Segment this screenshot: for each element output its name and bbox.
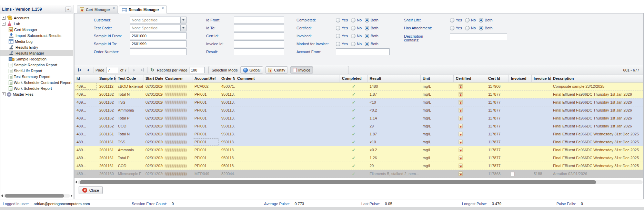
cell-customer[interactable]	[163, 162, 192, 170]
radio-invoiced-yes[interactable]: Yes	[336, 34, 348, 38]
cell-account-ref[interactable]: PFI001	[192, 162, 219, 170]
cell-id[interactable]: 489...	[74, 130, 97, 138]
cell-certified[interactable]	[454, 162, 486, 170]
cell-sample-id[interactable]: 2601162	[97, 90, 116, 98]
cell-comment[interactable]	[235, 98, 340, 106]
cell-test-code[interactable]: Total N	[116, 130, 143, 138]
cell-unit[interactable]: mg/L	[421, 114, 454, 122]
cert-id-input[interactable]	[234, 32, 284, 39]
column-header-certified[interactable]: Certified	[454, 75, 486, 82]
cell-description[interactable]: Final Effluent Fa966DC Wednesday 31st De…	[551, 146, 643, 154]
cell-description[interactable]: Composite sample 23/12/2025	[551, 83, 643, 90]
cell-description[interactable]: Final Effluent Fa966DC Wednesday 31st De…	[551, 138, 643, 146]
refresh-icon[interactable]: ↻	[150, 67, 155, 73]
test-code-combo[interactable]	[130, 25, 187, 31]
cell-id[interactable]: 489...	[74, 162, 97, 170]
tab-results-manager[interactable]: Results Manager ×	[119, 6, 167, 13]
cell-comment[interactable]	[235, 106, 340, 114]
radio-shelf-life-both[interactable]: Both	[479, 18, 493, 22]
certify-button[interactable]: Certify	[265, 66, 288, 74]
cell-id[interactable]: 489...	[74, 146, 97, 154]
sidebar-item-shelf-life-report[interactable]: Shelf-Life Report	[0, 68, 73, 74]
cell-invoiced[interactable]	[509, 170, 532, 178]
cell-id[interactable]: 489...	[74, 154, 97, 162]
column-header-customer[interactable]: Customer	[163, 75, 192, 82]
cell-completed[interactable]: ✓	[340, 138, 368, 146]
customer-combo[interactable]	[130, 17, 187, 23]
cell-order-num[interactable]: 950113...	[219, 138, 235, 146]
cell-unit[interactable]: mg/L	[421, 90, 454, 98]
cell-cert-id[interactable]: 117877	[486, 90, 509, 98]
cell-invoiced[interactable]	[509, 114, 532, 122]
chevron-down-icon[interactable]	[180, 17, 187, 23]
cell-customer[interactable]	[163, 170, 192, 178]
cell-sample-id[interactable]: 2601162	[97, 114, 116, 122]
cell-certified[interactable]	[454, 130, 486, 138]
result-input[interactable]	[234, 48, 284, 55]
cell-customer[interactable]	[163, 98, 192, 106]
cell-sample-id[interactable]: 2601112	[97, 83, 116, 90]
cell-start-date[interactable]: 02/01/2026	[143, 146, 163, 154]
cell-invoice-id[interactable]	[532, 138, 551, 146]
cell-customer[interactable]	[163, 154, 192, 162]
table-row[interactable]: 489...2601162COD02/01/2026PFI001950113..…	[74, 122, 643, 130]
cell-unit[interactable]	[421, 170, 454, 178]
cell-start-date[interactable]: 02/01/2026	[143, 90, 163, 98]
cell-comment[interactable]	[235, 122, 340, 130]
sidebar-item-lab[interactable]: −Lab	[0, 21, 73, 27]
cell-certified[interactable]	[454, 154, 486, 162]
sidebar-scrollbar-track[interactable]	[3, 194, 70, 198]
cell-invoice-id[interactable]	[532, 146, 551, 154]
scroll-left-icon[interactable]	[1, 194, 3, 197]
column-header-start-date[interactable]: Start Date	[143, 75, 163, 82]
cell-comment[interactable]	[235, 146, 340, 154]
cell-certified[interactable]	[454, 90, 486, 98]
cell-cert-id[interactable]: 117877	[486, 114, 509, 122]
cell-sample-id[interactable]: 2601161	[97, 130, 116, 138]
radio-shelf-life-no[interactable]: No	[465, 18, 476, 22]
cell-sample-id[interactable]: 2601162	[97, 98, 116, 106]
cell-invoice-id[interactable]	[532, 83, 551, 90]
minus-expander-icon[interactable]: −	[2, 22, 6, 26]
cell-customer[interactable]	[163, 122, 192, 130]
cell-invoice-id[interactable]: 5188	[532, 170, 551, 178]
cell-test-code[interactable]: TSS	[116, 98, 143, 106]
cell-sample-id[interactable]: 2601161	[97, 154, 116, 162]
cell-test-code[interactable]: TSS	[116, 138, 143, 146]
sidebar-item-sample-reception[interactable]: Sample Reception	[0, 56, 73, 62]
cell-start-date[interactable]: 02/01/2026	[143, 106, 163, 114]
cell-completed[interactable]: ✓	[340, 130, 368, 138]
cell-cert-id[interactable]: 117868	[486, 170, 509, 178]
table-row[interactable]: 489...2601161Ammonia02/01/2026PFI0019501…	[74, 146, 643, 154]
radio-has-attachment-both[interactable]: Both	[479, 26, 493, 30]
cell-id[interactable]: 489...	[74, 138, 97, 146]
cell-cert-id[interactable]: 117877	[486, 106, 509, 114]
cell-test-code[interactable]: COD	[116, 122, 143, 130]
cell-account-ref[interactable]: PFI001	[192, 154, 219, 162]
cell-certified[interactable]	[454, 146, 486, 154]
table-row[interactable]: 489...2601161Total P02/01/2026PFI0019501…	[74, 154, 643, 162]
cell-order-num[interactable]: 950113...	[219, 90, 235, 98]
cell-order-num[interactable]: 820044...	[219, 170, 235, 178]
cell-description[interactable]: Final Effluent Fa966DC Wednesday 31st De…	[551, 154, 643, 162]
column-header-order-num[interactable]: Order Num	[219, 75, 235, 82]
grid-horizontal-scrollbar[interactable]	[75, 180, 643, 184]
scroll-left-icon[interactable]	[75, 181, 77, 183]
cell-comment[interactable]	[235, 83, 340, 90]
cell-description[interactable]: Aeration 02/01/2026	[551, 170, 643, 178]
radio-shelf-life-yes[interactable]: Yes	[450, 18, 462, 22]
cell-completed[interactable]: ✓	[340, 122, 368, 130]
cell-unit[interactable]: mg/L	[421, 106, 454, 114]
cell-test-code[interactable]: Total N	[116, 90, 143, 98]
cell-customer[interactable]	[163, 146, 192, 154]
cell-id[interactable]: 489...	[74, 83, 97, 90]
cell-description[interactable]: Final Effluent Fa966DC Thursday 1st Jan …	[551, 122, 643, 130]
cell-unit[interactable]: mg/L	[421, 83, 454, 90]
collapse-sidebar-button[interactable]: «	[65, 7, 71, 12]
cell-id[interactable]: 489...	[74, 170, 97, 178]
cell-test-code[interactable]: Total P	[116, 114, 143, 122]
cell-certified[interactable]	[454, 138, 486, 146]
cell-description[interactable]: Final Effluent Fa966DC Wednesday 31st De…	[551, 130, 643, 138]
cell-account-ref[interactable]: PFI001	[192, 122, 219, 130]
cell-unit[interactable]: mg/L	[421, 122, 454, 130]
